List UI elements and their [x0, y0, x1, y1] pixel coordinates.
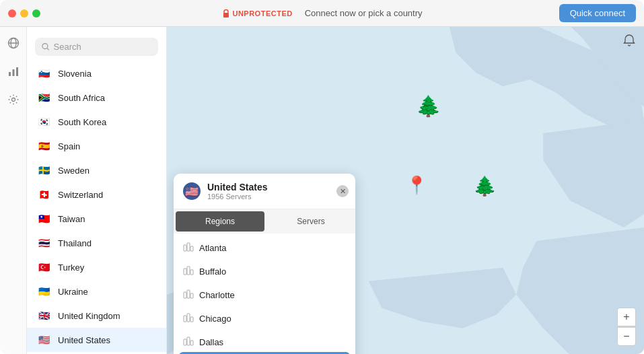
- region-item-dallas[interactable]: Dallas: [174, 330, 355, 347]
- svg-rect-31: [190, 317, 193, 322]
- country-item-united-kingdom[interactable]: 🇬🇧 United Kingdom: [27, 304, 166, 328]
- map-controls: + −: [617, 308, 636, 346]
- sidebar-content: 🇸🇮 Slovenia 🇿🇦 South Africa 🇰🇷 South Kor…: [0, 27, 166, 354]
- country-items-container: 🇸🇮 Slovenia 🇿🇦 South Africa 🇰🇷 South Kor…: [27, 61, 166, 354]
- flag-turkey: 🇹🇷: [36, 260, 51, 275]
- title-bar-center: UNPROTECTED Connect now or pick a countr…: [221, 8, 422, 18]
- notification-bell-icon[interactable]: [622, 34, 636, 50]
- svg-rect-23: [184, 269, 186, 275]
- minimize-button[interactable]: [20, 9, 28, 17]
- region-name: Charlotte: [199, 290, 235, 300]
- tab-regions[interactable]: Regions: [176, 211, 264, 232]
- country-name: Slovenia: [58, 69, 92, 79]
- region-icon: [183, 265, 194, 278]
- close-button[interactable]: [8, 9, 16, 17]
- svg-rect-6: [16, 67, 18, 76]
- svg-rect-24: [187, 267, 190, 275]
- svg-rect-22: [190, 246, 193, 251]
- region-item-chicago[interactable]: Chicago: [174, 307, 355, 330]
- lock-icon: [221, 9, 229, 18]
- maximize-button[interactable]: [32, 9, 40, 17]
- main-layout: 🇸🇮 Slovenia 🇿🇦 South Africa 🇰🇷 South Kor…: [0, 27, 644, 354]
- svg-rect-0: [223, 13, 228, 17]
- zoom-in-button[interactable]: +: [617, 308, 636, 326]
- svg-point-8: [42, 44, 48, 49]
- sidebar-icon-rail: [0, 27, 27, 354]
- traffic-lights: [8, 9, 40, 17]
- popup-header: 🇺🇸 United States 1956 Servers ✕: [174, 174, 355, 209]
- flag-sweden: 🇸🇪: [36, 163, 51, 178]
- region-name: Buffalo: [199, 267, 226, 277]
- country-name: Switzerland: [58, 190, 103, 200]
- search-icon: [42, 42, 50, 51]
- country-name: United Kingdom: [58, 311, 120, 321]
- region-item-buffalo[interactable]: Buffalo: [174, 260, 355, 283]
- map-tree-1: 🌲: [416, 94, 441, 118]
- zoom-out-button[interactable]: −: [617, 327, 636, 346]
- country-name: South Korea: [58, 117, 106, 127]
- region-icon: [183, 242, 194, 254]
- svg-rect-33: [187, 337, 190, 345]
- sidebar: 🇸🇮 Slovenia 🇿🇦 South Africa 🇰🇷 South Kor…: [0, 27, 167, 354]
- country-item-ukraine[interactable]: 🇺🇦 Ukraine: [27, 279, 166, 304]
- country-item-spain[interactable]: 🇪🇸 Spain: [27, 134, 166, 158]
- chart-icon[interactable]: [7, 65, 20, 78]
- country-name: South Africa: [58, 93, 105, 103]
- settings-icon[interactable]: [7, 93, 20, 106]
- country-list: 🇸🇮 Slovenia 🇿🇦 South Africa 🇰🇷 South Kor…: [27, 27, 166, 354]
- flag-spain: 🇪🇸: [36, 139, 51, 153]
- svg-point-7: [11, 98, 15, 102]
- region-item-charlotte[interactable]: Charlotte: [174, 283, 355, 307]
- country-item-turkey[interactable]: 🇹🇷 Turkey: [27, 255, 166, 279]
- status-text: UNPROTECTED: [232, 9, 292, 17]
- flag-united-states: 🇺🇸: [36, 332, 51, 347]
- flag-slovenia: 🇸🇮: [36, 66, 51, 81]
- region-name: Atlanta: [199, 243, 226, 253]
- svg-rect-21: [187, 243, 190, 251]
- country-item-thailand[interactable]: 🇹🇭 Thailand: [27, 231, 166, 255]
- country-item-south-korea[interactable]: 🇰🇷 South Korea: [27, 110, 166, 134]
- search-input-wrapper: [35, 38, 158, 56]
- svg-rect-32: [184, 339, 186, 345]
- svg-rect-29: [184, 316, 186, 322]
- flag-south-korea: 🇰🇷: [36, 114, 51, 129]
- popup-close-button[interactable]: ✕: [336, 185, 349, 197]
- popup-server-count: 1956 Servers: [207, 192, 267, 201]
- popup-flag: 🇺🇸: [183, 182, 201, 200]
- tab-servers[interactable]: Servers: [266, 209, 355, 234]
- country-item-switzerland[interactable]: 🇨🇭 Switzerland: [27, 182, 166, 207]
- region-icon: [183, 336, 194, 347]
- popup-region-list: Atlanta Buffalo Charlotte: [174, 234, 355, 347]
- popup-country-info: United States 1956 Servers: [207, 182, 267, 201]
- region-name: Chicago: [199, 314, 231, 324]
- svg-rect-20: [184, 245, 186, 251]
- flag-thailand: 🇹🇭: [36, 236, 51, 250]
- country-name: Ukraine: [58, 287, 88, 297]
- country-name: United States: [58, 335, 110, 345]
- search-box: [27, 32, 166, 61]
- popup-tabs: Regions Servers: [174, 209, 355, 234]
- flag-switzerland: 🇨🇭: [36, 187, 51, 202]
- region-item-atlanta[interactable]: Atlanta: [174, 236, 355, 260]
- region-icon: [183, 289, 194, 302]
- map-tree-2: 🌲: [473, 175, 497, 197]
- quick-connect-header-button[interactable]: Quick connect: [559, 4, 636, 22]
- country-item-united-states[interactable]: 🇺🇸 United States: [27, 328, 166, 352]
- svg-rect-26: [184, 292, 186, 298]
- flag-ukraine: 🇺🇦: [36, 284, 51, 299]
- unprotected-badge: UNPROTECTED: [221, 9, 292, 18]
- flag-united-kingdom: 🇬🇧: [36, 308, 51, 323]
- region-icon: [183, 312, 194, 325]
- country-name: Sweden: [58, 166, 90, 176]
- country-item-south-africa[interactable]: 🇿🇦 South Africa: [27, 85, 166, 110]
- popup-country-name: United States: [207, 182, 267, 192]
- country-item-slovenia[interactable]: 🇸🇮 Slovenia: [27, 61, 166, 85]
- flag-taiwan: 🇹🇼: [36, 211, 51, 226]
- country-item-sweden[interactable]: 🇸🇪 Sweden: [27, 158, 166, 182]
- country-name: Turkey: [58, 262, 84, 273]
- svg-rect-28: [190, 293, 193, 298]
- search-input[interactable]: [54, 42, 151, 52]
- globe-icon[interactable]: [7, 36, 20, 50]
- center-message: Connect now or pick a country: [305, 8, 423, 18]
- country-item-taiwan[interactable]: 🇹🇼 Taiwan: [27, 207, 166, 231]
